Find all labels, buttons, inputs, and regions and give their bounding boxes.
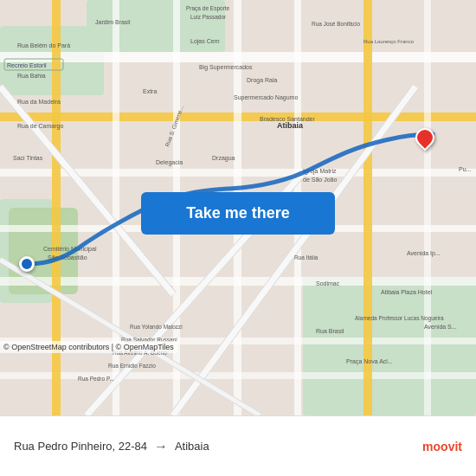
route-to: Atibaia xyxy=(175,440,209,453)
svg-text:Rua Pedro P...: Rua Pedro P... xyxy=(78,376,114,382)
bottom-bar: Rua Pedro Pinheiro, 22-84 → Atibaia moov… xyxy=(0,415,476,476)
route-info: Rua Pedro Pinheiro, 22-84 → Atibaia xyxy=(14,439,422,454)
svg-rect-19 xyxy=(424,0,431,415)
svg-text:Rua de Camargo: Rua de Camargo xyxy=(17,123,63,130)
osm-copyright: © OpenStreetMap contributors | © OpenMap… xyxy=(0,341,177,353)
svg-rect-18 xyxy=(363,0,372,415)
svg-text:Pu...: Pu... xyxy=(459,166,471,172)
route-from: Rua Pedro Pinheiro, 22-84 xyxy=(14,440,147,453)
svg-text:Praça Nova Acl...: Praça Nova Acl... xyxy=(346,358,393,365)
svg-text:Avenida Ip...: Avenida Ip... xyxy=(407,250,441,257)
svg-text:Rua Brasil: Rua Brasil xyxy=(316,328,344,334)
moovit-brand-text: moovit xyxy=(422,440,462,453)
svg-text:Extra: Extra xyxy=(143,88,157,94)
take-me-there-button[interactable]: Take me there xyxy=(141,192,335,235)
svg-text:Rua Belém do Pará: Rua Belém do Pará xyxy=(17,42,70,48)
route-arrow: → xyxy=(154,439,168,454)
svg-text:Big Supermercados: Big Supermercados xyxy=(199,64,253,71)
svg-text:Rua Ernidio Fazzio: Rua Ernidio Fazzio xyxy=(108,363,156,369)
svg-text:Atibaia: Atibaia xyxy=(277,121,304,130)
svg-text:Rua Lourenço Franco: Rua Lourenço Franco xyxy=(363,39,415,44)
moovit-logo: moovit xyxy=(422,440,462,453)
svg-text:Luiz Passador: Luiz Passador xyxy=(190,14,227,20)
svg-text:Rua Yolando Malozzi: Rua Yolando Malozzi xyxy=(130,324,183,330)
svg-text:Rua da Madeira: Rua da Madeira xyxy=(17,99,61,105)
svg-text:Droga Rala: Droga Rala xyxy=(247,77,278,84)
map-container: Rua Belém do Pará Jardim Brasil Rua Bahi… xyxy=(0,0,476,415)
svg-text:Supermercado Nagumo: Supermercado Nagumo xyxy=(234,94,298,101)
svg-text:Rua Bahia: Rua Bahia xyxy=(17,73,46,79)
svg-text:Alameda Professor Lucas Noguei: Alameda Professor Lucas Nogueira xyxy=(355,315,444,322)
svg-text:Rua José Bonifácio: Rua José Bonifácio xyxy=(312,21,360,27)
svg-text:Lojas Cem: Lojas Cem xyxy=(190,38,220,45)
svg-text:Drzagua: Drzagua xyxy=(212,155,235,162)
svg-text:Delegacia: Delegacia xyxy=(156,159,183,166)
svg-rect-3 xyxy=(303,277,476,415)
svg-text:Saci Tintas: Saci Tintas xyxy=(13,155,43,161)
svg-text:Jardim Brasil: Jardim Brasil xyxy=(95,19,131,25)
svg-text:Bradesco Santander: Bradesco Santander xyxy=(260,116,315,122)
svg-text:Sodimac: Sodimac xyxy=(316,280,340,286)
svg-text:Avenida S...: Avenida S... xyxy=(424,324,457,330)
svg-text:Atibaia Plaza Hotel: Atibaia Plaza Hotel xyxy=(381,289,433,295)
svg-text:de São João: de São João xyxy=(303,177,337,183)
svg-text:Avenida Santos Dummon...: Avenida Santos Dummon... xyxy=(0,248,1,316)
destination-marker xyxy=(415,128,434,147)
svg-text:Recreio Estoril: Recreio Estoril xyxy=(7,62,47,68)
svg-text:Rua Itália: Rua Itália xyxy=(294,254,318,261)
svg-rect-13 xyxy=(52,0,61,415)
origin-marker xyxy=(19,256,35,272)
svg-text:Praça de Esporte: Praça de Esporte xyxy=(186,5,230,12)
